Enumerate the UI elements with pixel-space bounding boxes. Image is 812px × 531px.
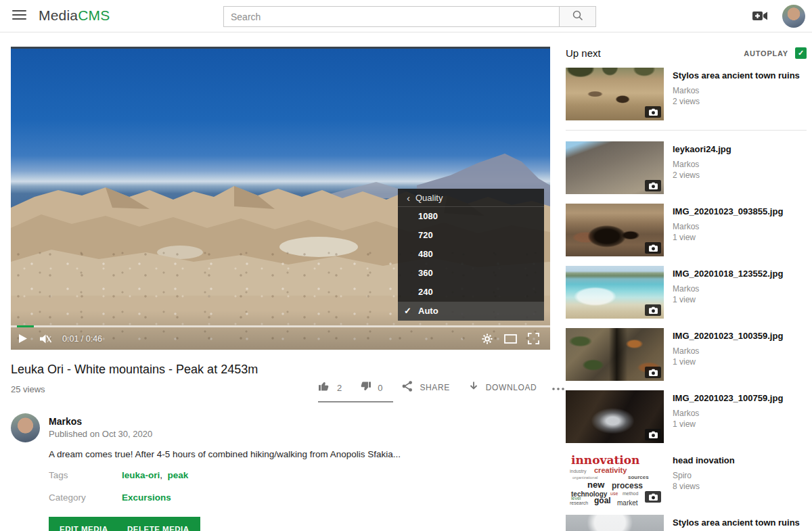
more-options-button[interactable] [551, 382, 565, 394]
upload-media-button[interactable] [752, 10, 768, 24]
item-author: Markos [673, 85, 800, 96]
camera-icon [645, 367, 661, 378]
wordcloud-word: sources [628, 474, 649, 480]
delete-media-button[interactable]: DELETE MEDIA [116, 517, 200, 531]
video-player[interactable]: ‹ Quality 1080 720 480 360 240 ✓ Auto 0: [11, 47, 550, 350]
search-bar [223, 6, 596, 27]
item-title: IMG_20201023_093855.jpg [673, 206, 783, 216]
quality-option-240[interactable]: 240 [398, 283, 544, 302]
up-next-list: Stylos area ancient town ruins Markos 2 … [566, 68, 807, 531]
camera-icon [645, 106, 661, 118]
item-author: Markos [673, 408, 783, 419]
author-name[interactable]: Markos [49, 416, 82, 427]
quality-option-auto-selected[interactable]: ✓ Auto [398, 302, 544, 321]
share-icon [401, 380, 413, 395]
item-title: IMG_20201018_123552.jpg [673, 269, 783, 279]
edit-media-button[interactable]: EDIT MEDIA [49, 517, 118, 531]
item-info: IMG_20201023_100359.jpg Markos 1 view [673, 328, 783, 381]
like-button[interactable]: 2 [318, 380, 342, 395]
video-title: Leuka Ori - White mountains - Peak at 24… [11, 363, 258, 377]
search-icon [572, 9, 584, 24]
category-link-excursions[interactable]: Excursions [122, 492, 171, 503]
wordcloud-word: level [571, 496, 581, 501]
wordcloud-word: industry [570, 469, 587, 474]
tags-values: leuka-ori, peak [122, 470, 188, 480]
quality-option-480[interactable]: 480 [398, 245, 544, 264]
up-next-item-6[interactable]: IMG_20201023_100759.jpg Markos 1 view [566, 390, 807, 443]
item-title: leykaori24.jpg [673, 144, 731, 154]
share-label: SHARE [420, 383, 449, 392]
quality-option-720[interactable]: 720 [398, 226, 544, 245]
site-logo[interactable]: MediaCMS [39, 7, 110, 24]
dislike-button[interactable]: 0 [359, 380, 382, 395]
camera-icon [645, 242, 661, 254]
wordcloud-word: market [617, 499, 638, 505]
thumbnail-stylos-ruins[interactable] [566, 68, 664, 120]
author-avatar[interactable] [11, 413, 40, 442]
camera-icon [645, 491, 661, 503]
category-value: Excursions [122, 492, 171, 503]
quality-menu: ‹ Quality 1080 720 480 360 240 ✓ Auto [398, 189, 544, 321]
quality-menu-back[interactable]: ‹ Quality [398, 189, 544, 207]
publish-date: Published on Oct 30, 2020 [49, 429, 152, 439]
wordcloud-word: creativity [594, 466, 627, 474]
logo-cms-text: CMS [78, 7, 110, 23]
item-info: head inovation Spiro 8 views [673, 453, 735, 505]
up-next-item-3[interactable]: IMG_20201023_093855.jpg Markos 1 view [566, 204, 807, 256]
camera-icon [645, 429, 661, 440]
like-dislike-underline [318, 401, 393, 402]
thumbnail-cliff[interactable] [566, 328, 664, 381]
theater-mode-icon[interactable] [499, 327, 522, 350]
item-views: 1 view [673, 232, 783, 243]
item-info: IMG_20201023_093855.jpg Markos 1 view [673, 204, 783, 256]
item-info: Stylos area ancient town ruins [673, 515, 800, 531]
thumbnail-dark-cave[interactable] [566, 390, 664, 443]
thumbs-down-icon [359, 380, 371, 395]
user-avatar[interactable] [782, 5, 805, 28]
up-next-sidebar: Up next AUTOPLAY ✓ Stylos area ancient t… [566, 0, 807, 531]
wordcloud-word: new [587, 480, 604, 490]
play-button[interactable] [11, 327, 34, 350]
item-views: 1 view [673, 356, 783, 367]
up-next-item-1[interactable]: Stylos area ancient town ruins Markos 2 … [566, 68, 807, 120]
quality-option-auto-label: Auto [418, 306, 438, 316]
thumbnail-cave-house[interactable] [566, 204, 664, 256]
quality-option-360[interactable]: 360 [398, 264, 544, 283]
item-title: IMG_20201023_100359.jpg [673, 331, 783, 341]
autoplay-checkbox[interactable]: ✓ [795, 47, 807, 59]
item-views: 2 views [673, 170, 731, 181]
controls-right [476, 327, 550, 350]
mute-icon[interactable] [34, 327, 57, 350]
wordcloud-word: use [610, 491, 618, 496]
settings-gear-icon[interactable] [476, 327, 499, 350]
item-author: Markos [673, 283, 783, 294]
thumbnail-misty-mountain[interactable] [566, 515, 664, 531]
thumbnail-beach-lagoon[interactable] [566, 266, 664, 319]
download-label: DOWNLOAD [486, 383, 537, 392]
item-title: head inovation [673, 455, 735, 465]
thumbnail-leykaori[interactable] [566, 141, 664, 194]
up-next-item-5[interactable]: IMG_20201023_100359.jpg Markos 1 view [566, 328, 807, 381]
tag-link-leuka-ori[interactable]: leuka-ori [122, 470, 160, 480]
item-author: Markos [673, 221, 783, 232]
up-next-item-4[interactable]: IMG_20201018_123552.jpg Markos 1 view [566, 266, 807, 319]
video-description: A dream comes true! After 4-5 hours of c… [49, 449, 482, 459]
wordcloud-word: process [612, 481, 643, 490]
item-views: 2 views [673, 96, 800, 107]
time-display: 0:01 / 0:46 [62, 334, 102, 344]
download-button[interactable]: DOWNLOAD [468, 380, 537, 395]
quality-option-1080[interactable]: 1080 [398, 207, 544, 226]
up-next-item-2[interactable]: leykaori24.jpg Markos 2 views [566, 141, 807, 194]
search-button[interactable] [559, 6, 596, 27]
up-next-item-8[interactable]: Stylos area ancient town ruins [566, 515, 807, 531]
thumbnail-wordcloud[interactable]: innovation industry creativity organizat… [566, 453, 664, 505]
item-info: leykaori24.jpg Markos 2 views [673, 141, 731, 194]
menu-icon[interactable] [12, 10, 26, 22]
fullscreen-icon[interactable] [522, 327, 545, 350]
share-button[interactable]: SHARE [401, 380, 449, 395]
wordcloud-word: goal [594, 496, 611, 505]
view-count: 25 views [11, 384, 45, 394]
search-input[interactable] [223, 6, 559, 27]
up-next-item-7[interactable]: innovation industry creativity organizat… [566, 453, 807, 505]
tag-link-peak[interactable]: peak [168, 470, 189, 480]
